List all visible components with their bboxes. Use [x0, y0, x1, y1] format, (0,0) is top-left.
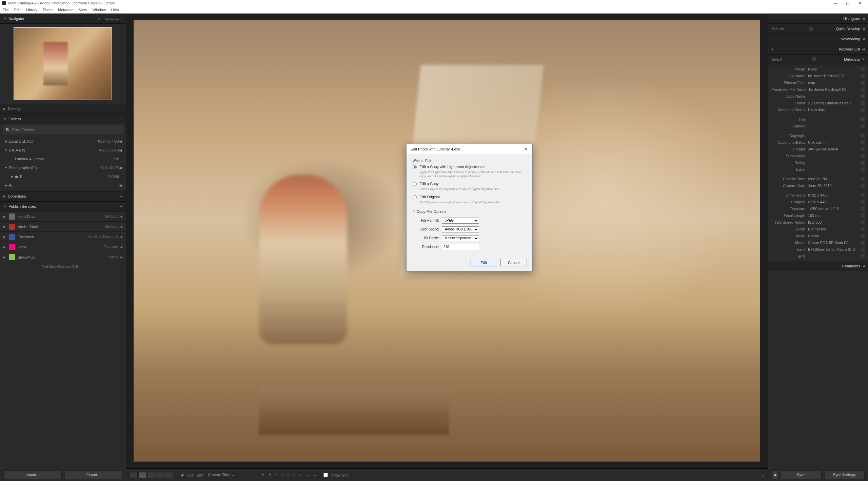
grid-view-icon[interactable] — [130, 472, 138, 478]
folder-row[interactable]: ▶Pi ◀ — [0, 181, 126, 190]
metadata-action-icon[interactable] — [861, 234, 865, 238]
comments-header[interactable]: Comments ◀ — [768, 261, 868, 271]
menu-metadata[interactable]: Metadata — [58, 8, 74, 12]
bit-depth-select[interactable]: 8 bits/component — [442, 235, 479, 241]
catalog-header[interactable]: ▶ Catalog — [0, 104, 126, 114]
resolution-input[interactable] — [442, 244, 479, 250]
menu-photo[interactable]: Photo — [43, 8, 53, 12]
metadata-action-icon[interactable] — [861, 140, 865, 144]
metadata-field-value[interactable]: by Javier Pardina.CR2 — [809, 87, 859, 92]
metadata-field-value[interactable]: Up to date — [808, 108, 859, 112]
menu-view[interactable]: View — [79, 8, 87, 12]
edit-button[interactable]: Edit — [471, 259, 497, 266]
disclosure-icon[interactable]: ▼ — [3, 148, 9, 152]
loupe-image[interactable]: Edit Photo with Luminar 4.exe ✕ What to … — [134, 20, 760, 462]
file-format-select[interactable]: JPEG — [442, 218, 479, 224]
metadata-field-value[interactable]: Canon EOS 5D Mark IV — [808, 241, 859, 245]
metadata-header[interactable]: Default Metadata ▼ — [768, 54, 868, 64]
metadata-field-value[interactable]: ISO 500 — [808, 220, 859, 224]
metadata-field-value[interactable]: Did not fire — [808, 227, 859, 231]
painter-tool-icon[interactable]: ◉ — [181, 473, 184, 477]
sort-dropdown[interactable]: Capture Time ⌄ — [208, 473, 234, 477]
metadata-action-icon[interactable] — [861, 67, 865, 71]
menu-edit[interactable]: Edit — [14, 8, 21, 12]
metadata-action-icon[interactable] — [861, 101, 865, 105]
cancel-button[interactable]: Cancel — [500, 259, 527, 266]
metadata-action-icon[interactable] — [861, 214, 865, 218]
folder-row[interactable]: Luminar 4 Library596 — [0, 155, 126, 163]
thumbnail-size-dropdown-icon[interactable]: ⌄ — [761, 473, 764, 477]
disclosure-icon[interactable]: ▶ — [3, 184, 9, 187]
metadata-field-value[interactable]: 1/250 sec at f / 2.8 — [808, 207, 859, 211]
radio-edit-original[interactable]: Edit Original — [413, 195, 526, 199]
menu-library[interactable]: Library — [26, 8, 38, 12]
menu-help[interactable]: Help — [111, 8, 119, 12]
folders-header[interactable]: ▼ Folders + — [0, 114, 126, 124]
metadata-field-value[interactable]: Canon — [808, 234, 859, 238]
metadata-field-value[interactable]: June 26, 2019 — [808, 184, 859, 188]
metadata-action-icon[interactable] — [861, 184, 865, 188]
publish-service-row[interactable]: ▶Hard DriveSet Up...◀ — [0, 211, 126, 222]
metadata-action-icon[interactable] — [861, 108, 865, 112]
metadata-field-value[interactable]: 6:00:30 PM — [808, 177, 859, 181]
navigator-header[interactable]: ▼ Navigator FIT FILL 1:1 3:1 ⌄ — [0, 14, 126, 24]
folder-row[interactable]: ▼Photography (E:)34.9 / 64 TB ◀ — [0, 163, 126, 172]
disclosure-icon[interactable]: ▶ — [9, 175, 15, 178]
histogram-header[interactable]: Histogram ◀ — [768, 14, 868, 24]
metadata-action-icon[interactable] — [861, 200, 865, 204]
metadata-field-value[interactable]: 6720 x 4480 — [808, 200, 859, 204]
show-grid-checkbox[interactable] — [323, 473, 328, 477]
publish-service-row[interactable]: ▶FacebookVanelli on Facebook◀ — [0, 232, 126, 242]
metadata-field-value[interactable]: JAVIER PARDINA — [808, 147, 859, 151]
loupe-view-icon[interactable] — [138, 472, 146, 478]
metadata-preset-icon[interactable] — [812, 57, 816, 61]
disclosure-icon[interactable]: ▶ — [3, 215, 9, 218]
navigator-thumbnail[interactable] — [14, 27, 112, 100]
add-keyword-icon[interactable]: + — [771, 47, 773, 51]
disclosure-icon[interactable]: ▶ — [3, 245, 9, 249]
keywording-header[interactable]: Keywording ◀ — [768, 34, 868, 44]
metadata-field-value[interactable]: xmp — [808, 81, 859, 85]
maximize-icon[interactable]: ▢ — [842, 1, 854, 5]
metadata-action-icon[interactable] — [861, 220, 865, 224]
metadata-field-value[interactable]: 5.2 Using Luminar as an a... — [808, 101, 859, 105]
prev-photo-icon[interactable]: ← — [306, 473, 310, 477]
quickdevelop-mode-icon[interactable] — [809, 27, 813, 31]
import-button[interactable]: Import... — [3, 470, 62, 479]
next-photo-icon[interactable]: → — [313, 473, 317, 477]
metadata-action-icon[interactable] — [861, 177, 865, 181]
metadata-field-value[interactable]: 6720 x 4480 — [808, 193, 859, 197]
sync-settings-button[interactable]: Sync Settings — [824, 470, 865, 479]
metadata-field-value[interactable]: EF100mm f/2.8L Macro IS U — [808, 247, 859, 251]
add-publish-icon[interactable]: + — [120, 204, 122, 208]
publish-service-row[interactable]: ▶Adobe StockSet Up...◀ — [0, 222, 126, 232]
publish-service-row[interactable]: ▶SmugMugvanelli◀ — [0, 252, 126, 262]
disclosure-icon[interactable]: ▶ — [3, 235, 9, 239]
navigator-zoom-opts[interactable]: FIT FILL 1:1 3:1 ⌄ — [97, 17, 122, 20]
radio-edit-copy[interactable]: Edit a Copy — [413, 182, 526, 186]
metadata-action-icon[interactable] — [861, 241, 865, 245]
metadata-action-icon[interactable] — [861, 87, 865, 92]
folder-row[interactable]: ▶🖿E:150589 — [0, 172, 126, 181]
menu-file[interactable]: File — [3, 8, 9, 12]
metadata-action-icon[interactable] — [861, 154, 865, 158]
close-icon[interactable]: ✕ — [854, 1, 866, 5]
sync-prev-icon[interactable]: ◀ — [771, 470, 778, 479]
metadata-action-icon[interactable] — [861, 254, 865, 258]
collections-header[interactable]: ▶ Collections + — [0, 191, 126, 201]
publish-service-row[interactable]: ▶FlickrExposure◀ — [0, 242, 126, 252]
survey-view-icon[interactable] — [156, 472, 164, 478]
metadata-action-icon[interactable] — [861, 207, 865, 211]
minimize-icon[interactable]: — — [829, 1, 842, 5]
add-folder-icon[interactable]: + — [120, 117, 122, 121]
metadata-action-icon[interactable] — [861, 247, 865, 251]
add-collection-icon[interactable]: + — [120, 194, 122, 198]
publish-header[interactable]: ▼ Publish Services + — [0, 201, 126, 211]
filter-folders-input[interactable]: 🔍 Filter Folders — [3, 125, 123, 134]
metadata-action-icon[interactable] — [861, 117, 865, 121]
keywordlist-header[interactable]: + Keyword List ◀ — [768, 44, 868, 54]
metadata-action-icon[interactable] — [861, 94, 865, 98]
folder-row[interactable]: ▶Local Disk (C:)63.8 / 237 GB ◀ — [0, 137, 126, 146]
metadata-preset[interactable]: Default — [771, 58, 782, 61]
dialog-close-icon[interactable]: ✕ — [524, 146, 528, 152]
